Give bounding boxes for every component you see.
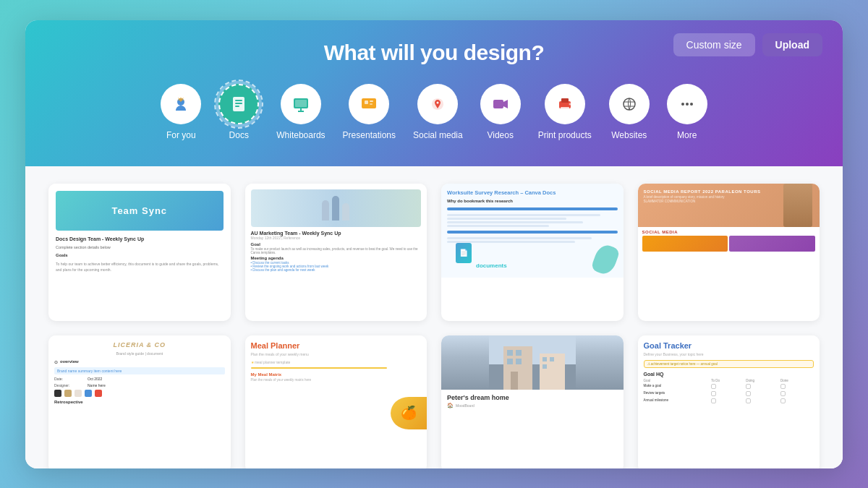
content-area: Team Sync Docs Design Team - Weekly Sync…: [25, 166, 843, 468]
checkbox-9: [780, 398, 786, 403]
card1-preview: Team Sync Docs Design Team - Weekly Sync…: [48, 184, 231, 274]
more-label: More: [677, 130, 697, 140]
card2-image: [251, 189, 422, 227]
col-done: Done: [780, 379, 814, 382]
card2-goal-text: To make our product launch as well as in…: [251, 247, 422, 254]
card3-preview: Worksuite Survey Research – Canva Docs W…: [441, 184, 624, 278]
category-videos[interactable]: Videos: [480, 84, 521, 140]
card1-goals: Goals: [56, 252, 224, 260]
card7-subtitle: MoodBoard: [456, 403, 475, 408]
svg-rect-2: [235, 100, 242, 101]
card8-table-row-1: Make a goal: [644, 384, 814, 390]
card3-subtitle: Why do bookmark this research: [447, 199, 618, 203]
template-card-dream-home[interactable]: Peter's dream home 🏠 MoodBoard: [441, 335, 624, 468]
color-swatch-blue: [85, 390, 92, 397]
svg-rect-3: [235, 103, 242, 104]
card8-table-header: Goal To Do Doing Done: [644, 379, 814, 382]
category-docs[interactable]: Docs: [218, 84, 259, 140]
category-more[interactable]: More: [667, 84, 707, 140]
category-presentations[interactable]: Presentations: [343, 84, 396, 140]
whiteboards-icon: [281, 84, 321, 124]
svg-rect-4: [235, 106, 239, 107]
category-print-products[interactable]: Print products: [538, 84, 592, 140]
custom-size-button[interactable]: Custom size: [673, 33, 755, 56]
house-svg: [489, 335, 576, 390]
category-websites[interactable]: Websites: [609, 84, 650, 140]
card2-content: AU Marketing Team - Weekly Sync Up Monda…: [251, 231, 422, 272]
svg-rect-14: [493, 100, 503, 108]
card3-lines: [447, 205, 618, 243]
template-card-liceria[interactable]: LICERIA & CO Brand style guide | documen…: [48, 335, 231, 468]
card4-label-area: SOCIAL MEDIA REPORT 2022 PARALEON TOURS …: [644, 189, 761, 203]
category-whiteboards[interactable]: Whiteboards: [276, 84, 325, 140]
card7-bottom: Peter's dream home 🏠 MoodBoard: [441, 390, 624, 413]
svg-rect-6: [295, 100, 307, 107]
person-2: [332, 196, 339, 221]
color-swatch-red: [95, 390, 102, 397]
checkbox-7: [711, 398, 716, 403]
card1-subtitle: Complete section details below: [56, 244, 224, 251]
social-cell-2: [729, 236, 815, 252]
card3-doc-label: documents: [476, 262, 507, 269]
card3-accent-1: [447, 207, 618, 210]
card7-image: [441, 335, 624, 390]
svg-point-13: [437, 101, 439, 103]
template-card-social-media[interactable]: SOCIAL MEDIA REPORT 2022 PARALEON TOURS …: [638, 184, 820, 321]
card2-date: Monday 12th 2022 | Reference: [251, 236, 422, 240]
websites-label: Websites: [611, 130, 647, 140]
templates-grid: Team Sync Docs Design Team - Weekly Sync…: [48, 184, 820, 468]
svg-rect-30: [507, 359, 513, 364]
main-container: Custom size Upload What will you design?…: [25, 20, 843, 468]
card8-section: Goal HQ: [644, 372, 814, 377]
docs-icon: [218, 84, 259, 124]
template-card-team-sync[interactable]: Team Sync Docs Design Team - Weekly Sync…: [48, 184, 231, 321]
card5-highlight: Brand name summary item content here: [54, 367, 225, 374]
card2-title: AU Marketing Team - Weekly Sync Up: [251, 231, 422, 236]
color-swatch-cream: [75, 390, 82, 397]
card8-title: Goal Tracker: [644, 341, 814, 350]
card4-preview: SOCIAL MEDIA REPORT 2022 PARALEON TOURS …: [638, 184, 820, 278]
svg-rect-9: [362, 98, 376, 108]
template-card-worksuite[interactable]: Worksuite Survey Research – Canva Docs W…: [441, 184, 624, 321]
category-for-you[interactable]: For you: [161, 84, 201, 140]
upload-button[interactable]: Upload: [762, 33, 822, 56]
goal-row-2-done: [780, 391, 814, 397]
header-actions: Custom size Upload: [673, 33, 822, 56]
svg-rect-35: [550, 357, 554, 361]
card8-table-row-3: Annual milestone: [644, 398, 814, 404]
template-card-au-marketing[interactable]: AU Marketing Team - Weekly Sync Up Monda…: [245, 184, 427, 321]
print-products-label: Print products: [538, 130, 592, 140]
card6-divider: [251, 367, 387, 369]
person-3: [342, 203, 349, 221]
card5-circle-icon: ⊙: [54, 359, 58, 364]
template-card-goal-tracker[interactable]: Goal Tracker Define your Business, your …: [638, 335, 820, 468]
card4-person: [783, 184, 812, 227]
card8-preview: Goal Tracker Define your Business, your …: [638, 335, 820, 429]
card6-title: Meal Planner: [251, 341, 422, 350]
social-media-icon: [417, 84, 458, 124]
checkbox-1: [711, 384, 716, 389]
category-social-media[interactable]: Social media: [413, 84, 463, 140]
card5-colors: [54, 390, 225, 397]
template-card-meal-planner[interactable]: Meal Planner Plan the meals of your week…: [245, 335, 427, 468]
card4-social-grid: [642, 236, 816, 252]
card6-food-image: 🍊: [391, 397, 427, 429]
checkbox-3: [780, 384, 786, 389]
social-cell-1: [642, 236, 728, 252]
svg-rect-36: [542, 364, 547, 369]
checkbox-4: [711, 391, 716, 396]
svg-point-24: [690, 103, 693, 106]
goal-row-2-todo: [711, 391, 744, 397]
card8-subtitle: Define your Business, your topic here: [644, 352, 814, 356]
col-doing: Doing: [746, 379, 779, 382]
print-products-icon: [545, 84, 585, 124]
svg-rect-17: [561, 107, 569, 111]
for-you-label: For you: [166, 130, 196, 140]
checkbox-2: [746, 384, 751, 389]
svg-rect-12: [370, 103, 373, 105]
svg-rect-31: [516, 359, 522, 364]
card5-preview: LICERIA & CO Brand style guide | documen…: [48, 335, 231, 429]
food-emoji: 🍊: [401, 405, 417, 421]
card4-title: SOCIAL MEDIA REPORT 2022 PARALEON TOURS: [644, 189, 761, 194]
goal-row-3-goal: Annual milestone: [644, 398, 710, 404]
